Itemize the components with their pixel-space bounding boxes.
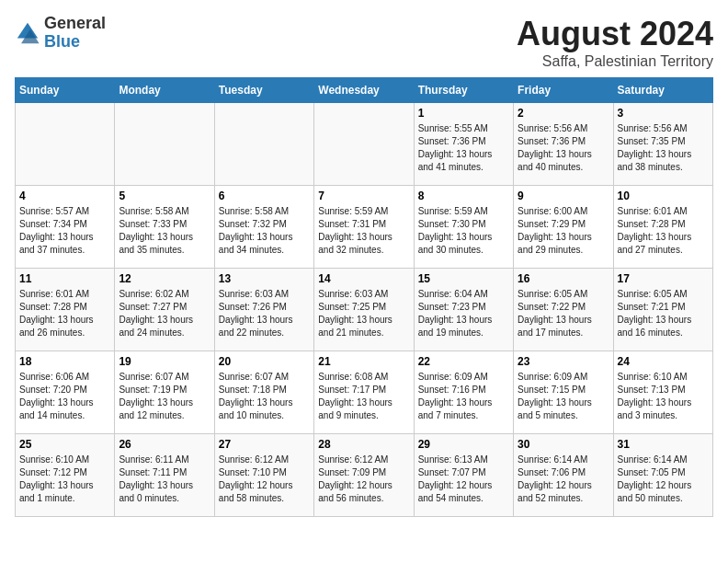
day-number: 30	[518, 438, 609, 451]
day-info: Sunrise: 5:59 AMSunset: 7:31 PMDaylight:…	[318, 205, 409, 257]
day-number: 31	[618, 438, 709, 451]
day-number: 8	[418, 190, 509, 202]
day-number: 20	[219, 355, 310, 368]
day-number: 29	[418, 438, 509, 451]
day-number: 28	[318, 438, 409, 451]
header-row: SundayMondayTuesdayWednesdayThursdayFrid…	[16, 78, 713, 103]
day-number: 23	[518, 355, 609, 368]
calendar-table: SundayMondayTuesdayWednesdayThursdayFrid…	[15, 77, 713, 517]
day-cell: 28Sunrise: 6:12 AMSunset: 7:09 PMDayligh…	[314, 434, 414, 517]
logo-general-text: General	[44, 14, 106, 32]
week-row-3: 11Sunrise: 6:01 AMSunset: 7:28 PMDayligh…	[16, 269, 713, 351]
day-number: 14	[318, 272, 409, 285]
title-block: August 2024 Saffa, Palestinian Territory	[517, 15, 713, 70]
week-row-2: 4Sunrise: 5:57 AMSunset: 7:34 PMDaylight…	[16, 186, 713, 269]
day-number: 2	[518, 107, 609, 120]
day-cell: 29Sunrise: 6:13 AMSunset: 7:07 PMDayligh…	[414, 434, 513, 517]
day-number: 25	[19, 438, 110, 451]
day-cell: 23Sunrise: 6:09 AMSunset: 7:15 PMDayligh…	[514, 351, 613, 434]
day-number: 21	[318, 355, 409, 368]
day-number: 12	[119, 272, 210, 285]
day-cell: 17Sunrise: 6:05 AMSunset: 7:21 PMDayligh…	[613, 269, 712, 351]
day-cell: 24Sunrise: 6:10 AMSunset: 7:13 PMDayligh…	[613, 351, 712, 434]
day-number: 22	[418, 355, 509, 368]
day-cell: 9Sunrise: 6:00 AMSunset: 7:29 PMDaylight…	[514, 186, 613, 269]
day-info: Sunrise: 6:01 AMSunset: 7:28 PMDaylight:…	[618, 205, 709, 257]
day-cell: 8Sunrise: 5:59 AMSunset: 7:30 PMDaylight…	[414, 186, 513, 269]
day-cell: 2Sunrise: 5:56 AMSunset: 7:36 PMDaylight…	[514, 103, 613, 186]
day-cell: 13Sunrise: 6:03 AMSunset: 7:26 PMDayligh…	[214, 269, 313, 351]
day-info: Sunrise: 5:58 AMSunset: 7:33 PMDaylight:…	[119, 205, 210, 257]
day-number: 17	[618, 272, 709, 285]
day-info: Sunrise: 6:01 AMSunset: 7:28 PMDaylight:…	[19, 288, 110, 339]
column-header-monday: Monday	[115, 78, 214, 103]
day-number: 15	[418, 272, 509, 285]
subtitle: Saffa, Palestinian Territory	[517, 53, 713, 70]
day-info: Sunrise: 6:07 AMSunset: 7:19 PMDaylight:…	[119, 371, 210, 422]
day-cell: 19Sunrise: 6:07 AMSunset: 7:19 PMDayligh…	[115, 351, 214, 434]
day-cell: 5Sunrise: 5:58 AMSunset: 7:33 PMDaylight…	[115, 186, 214, 269]
day-number: 27	[219, 438, 310, 451]
day-info: Sunrise: 5:58 AMSunset: 7:32 PMDaylight:…	[219, 205, 310, 257]
day-cell: 26Sunrise: 6:11 AMSunset: 7:11 PMDayligh…	[115, 434, 214, 517]
logo: General Blue	[15, 15, 106, 52]
day-info: Sunrise: 6:10 AMSunset: 7:12 PMDaylight:…	[19, 454, 110, 505]
day-number: 10	[618, 190, 709, 202]
day-cell: 25Sunrise: 6:10 AMSunset: 7:12 PMDayligh…	[16, 434, 115, 517]
day-cell	[16, 103, 115, 186]
day-cell: 16Sunrise: 6:05 AMSunset: 7:22 PMDayligh…	[514, 269, 613, 351]
day-info: Sunrise: 5:56 AMSunset: 7:35 PMDaylight:…	[618, 122, 709, 174]
day-cell: 18Sunrise: 6:06 AMSunset: 7:20 PMDayligh…	[16, 351, 115, 434]
day-cell: 3Sunrise: 5:56 AMSunset: 7:35 PMDaylight…	[613, 103, 712, 186]
day-info: Sunrise: 6:05 AMSunset: 7:22 PMDaylight:…	[518, 288, 609, 339]
day-number: 13	[219, 272, 310, 285]
day-info: Sunrise: 6:03 AMSunset: 7:26 PMDaylight:…	[219, 288, 310, 339]
column-header-sunday: Sunday	[16, 78, 115, 103]
day-info: Sunrise: 6:05 AMSunset: 7:21 PMDaylight:…	[618, 288, 709, 339]
day-cell: 4Sunrise: 5:57 AMSunset: 7:34 PMDaylight…	[16, 186, 115, 269]
week-row-5: 25Sunrise: 6:10 AMSunset: 7:12 PMDayligh…	[16, 434, 713, 517]
day-info: Sunrise: 5:59 AMSunset: 7:30 PMDaylight:…	[418, 205, 509, 257]
day-number: 26	[119, 438, 210, 451]
logo-icon	[15, 20, 40, 46]
day-info: Sunrise: 6:00 AMSunset: 7:29 PMDaylight:…	[518, 205, 609, 257]
day-cell: 27Sunrise: 6:12 AMSunset: 7:10 PMDayligh…	[214, 434, 313, 517]
day-cell	[214, 103, 313, 186]
day-number: 16	[518, 272, 609, 285]
day-info: Sunrise: 6:04 AMSunset: 7:23 PMDaylight:…	[418, 288, 509, 339]
day-info: Sunrise: 6:07 AMSunset: 7:18 PMDaylight:…	[219, 371, 310, 422]
day-number: 7	[318, 190, 409, 202]
day-cell	[115, 103, 214, 186]
main-title: August 2024	[517, 15, 713, 53]
day-info: Sunrise: 5:55 AMSunset: 7:36 PMDaylight:…	[418, 122, 509, 174]
column-header-tuesday: Tuesday	[214, 78, 313, 103]
day-info: Sunrise: 6:02 AMSunset: 7:27 PMDaylight:…	[119, 288, 210, 339]
day-info: Sunrise: 5:57 AMSunset: 7:34 PMDaylight:…	[19, 205, 110, 257]
day-cell: 6Sunrise: 5:58 AMSunset: 7:32 PMDaylight…	[214, 186, 313, 269]
day-number: 24	[618, 355, 709, 368]
day-info: Sunrise: 6:12 AMSunset: 7:09 PMDaylight:…	[318, 454, 409, 505]
week-row-4: 18Sunrise: 6:06 AMSunset: 7:20 PMDayligh…	[16, 351, 713, 434]
day-number: 3	[618, 107, 709, 120]
day-info: Sunrise: 6:14 AMSunset: 7:06 PMDaylight:…	[518, 454, 609, 505]
day-cell: 12Sunrise: 6:02 AMSunset: 7:27 PMDayligh…	[115, 269, 214, 351]
day-number: 18	[19, 355, 110, 368]
column-header-saturday: Saturday	[613, 78, 712, 103]
day-cell: 20Sunrise: 6:07 AMSunset: 7:18 PMDayligh…	[214, 351, 313, 434]
day-number: 6	[219, 190, 310, 202]
day-number: 11	[19, 272, 110, 285]
day-info: Sunrise: 6:03 AMSunset: 7:25 PMDaylight:…	[318, 288, 409, 339]
day-cell	[314, 103, 414, 186]
day-info: Sunrise: 6:13 AMSunset: 7:07 PMDaylight:…	[418, 454, 509, 505]
day-cell: 11Sunrise: 6:01 AMSunset: 7:28 PMDayligh…	[16, 269, 115, 351]
day-cell: 31Sunrise: 6:14 AMSunset: 7:05 PMDayligh…	[613, 434, 712, 517]
day-number: 4	[19, 190, 110, 202]
day-info: Sunrise: 6:06 AMSunset: 7:20 PMDaylight:…	[19, 371, 110, 422]
column-header-wednesday: Wednesday	[314, 78, 414, 103]
day-info: Sunrise: 6:08 AMSunset: 7:17 PMDaylight:…	[318, 371, 409, 422]
day-cell: 1Sunrise: 5:55 AMSunset: 7:36 PMDaylight…	[414, 103, 513, 186]
day-info: Sunrise: 5:56 AMSunset: 7:36 PMDaylight:…	[518, 122, 609, 174]
day-number: 9	[518, 190, 609, 202]
day-cell: 21Sunrise: 6:08 AMSunset: 7:17 PMDayligh…	[314, 351, 414, 434]
logo-blue-text: Blue	[44, 32, 80, 51]
